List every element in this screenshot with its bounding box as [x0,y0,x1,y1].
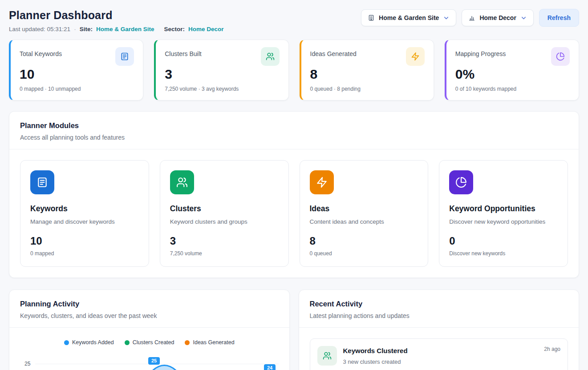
sector-selector-value: Home Decor [479,14,516,21]
chevron-down-icon [443,15,450,21]
refresh-button[interactable]: Refresh [539,9,579,27]
document-lines-icon [115,47,134,66]
stat-sub: 0 mapped · 10 unmapped [20,86,134,92]
data-point-label: 24 [264,364,276,370]
recent-activity-item[interactable]: Keywords Clustered 3 new clusters create… [310,338,568,370]
stat-value: 0% [455,67,570,82]
stat-label: Ideas Generated [310,47,357,57]
module-description: Keyword clusters and groups [170,218,279,225]
data-point-label: 25 [148,357,160,365]
legend-label: Clusters Created [133,339,174,346]
sector-label: Sector: [164,26,185,32]
area-chart: 25 25 24 [20,360,279,370]
building-icon [368,14,375,21]
last-updated-text: Last updated: 05:31:21 [9,26,70,32]
module-sub: 0 mapped [30,250,139,257]
users-icon [170,170,194,194]
recent-activity-subtitle: Latest planning actions and updates [310,312,568,319]
legend-dot-icon [64,340,69,345]
lightning-icon [406,47,425,66]
stat-sub: 0 queued · 8 pending [310,86,425,92]
stat-label: Mapping Progress [455,47,506,57]
stat-total-keywords: Total Keywords 10 0 mapped · 10 unmapped [9,40,143,101]
module-description: Content ideas and concepts [310,218,418,225]
separator-dot: · [74,26,76,32]
stat-label: Total Keywords [20,47,62,57]
page-title: Planner Dashboard [9,9,223,22]
module-ideas[interactable]: Ideas Content ideas and concepts 8 0 que… [300,160,429,267]
module-title: Clusters [170,204,279,213]
legend-dot-icon [125,340,130,345]
site-label: Site: [80,26,93,32]
legend-ideas-generated: Ideas Generated [185,339,234,346]
recent-item-time: 2h ago [544,346,560,352]
recent-activity-panel: Recent Activity Latest planning actions … [299,290,580,370]
modules-grid: Keywords Manage and discover keywords 10… [9,149,579,278]
lightning-icon [310,170,334,194]
module-value: 10 [30,235,139,247]
bar-chart-icon [468,14,475,21]
header-left: Planner Dashboard Last updated: 05:31:21… [9,9,223,32]
y-axis-tick: 25 [24,361,30,367]
planner-dashboard-page: Planner Dashboard Last updated: 05:31:21… [0,0,588,370]
module-clusters[interactable]: Clusters Keyword clusters and groups 3 7… [160,160,289,267]
planning-activity-chart: Keywords Added Clusters Created Ideas Ge… [9,328,289,370]
stat-clusters-built: Clusters Built 3 7,250 volume · 3 avg ke… [154,40,288,101]
stat-value: 3 [165,67,279,82]
recent-activity-list: Keywords Clustered 3 new clusters create… [299,328,579,370]
planning-activity-title: Planning Activity [20,300,279,308]
stat-label: Clusters Built [165,47,201,57]
users-icon [317,346,337,366]
module-title: Ideas [310,204,418,213]
legend-label: Ideas Generated [193,339,234,346]
recent-item-title: Keywords Clustered [343,347,408,354]
planning-activity-panel: Planning Activity Keywords, clusters, an… [9,290,290,370]
module-description: Manage and discover keywords [30,218,139,225]
document-lines-icon [30,170,54,194]
stats-row: Total Keywords 10 0 mapped · 10 unmapped… [9,40,579,101]
module-value: 0 [449,235,558,247]
chart-legend: Keywords Added Clusters Created Ideas Ge… [20,339,279,346]
modules-subtitle: Access all planning tools and features [20,134,568,141]
planning-activity-header: Planning Activity Keywords, clusters, an… [9,290,289,328]
page-subtitle: Last updated: 05:31:21 · Site: Home & Ga… [9,26,223,32]
page-header: Planner Dashboard Last updated: 05:31:21… [9,9,579,32]
chevron-down-icon [520,15,527,21]
legend-label: Keywords Added [72,339,114,346]
module-keywords[interactable]: Keywords Manage and discover keywords 10… [20,160,149,267]
stat-value: 8 [310,67,425,82]
site-link[interactable]: Home & Garden Site [96,26,154,32]
legend-dot-icon [185,340,190,345]
module-sub: 7,250 volume [170,250,279,257]
modules-title: Planner Modules [20,121,568,130]
site-selector-value: Home & Garden Site [379,14,439,21]
module-sub: Discover new keywords [449,250,558,257]
legend-keywords-added: Keywords Added [64,339,114,346]
stat-ideas-generated: Ideas Generated 8 0 queued · 8 pending [300,40,434,101]
stat-sub: 0 of 10 keywords mapped [455,86,570,92]
pie-chart-icon [449,170,473,194]
module-sub: 0 queued [310,250,418,257]
pie-chart-icon [551,47,570,66]
recent-activity-header: Recent Activity Latest planning actions … [299,290,579,328]
site-selector[interactable]: Home & Garden Site [361,9,456,26]
modules-header: Planner Modules Access all planning tool… [9,112,579,149]
recent-activity-title: Recent Activity [310,300,568,308]
stat-sub: 7,250 volume · 3 avg keywords [165,86,279,92]
planning-activity-subtitle: Keywords, clusters, and ideas over the p… [20,312,279,319]
sector-link[interactable]: Home Decor [188,26,224,32]
module-description: Discover new keyword opportunities [449,218,558,225]
legend-clusters-created: Clusters Created [125,339,174,346]
module-keyword-opportunities[interactable]: Keyword Opportunities Discover new keywo… [439,160,568,267]
recent-item-description: 3 new clusters created [343,358,408,365]
module-title: Keywords [30,204,139,213]
sector-selector[interactable]: Home Decor [462,9,533,26]
bottom-row: Planning Activity Keywords, clusters, an… [9,290,579,370]
header-controls: Home & Garden Site Home Decor Refresh [361,9,579,27]
module-title: Keyword Opportunities [449,204,558,213]
stat-value: 10 [20,67,134,82]
stat-mapping-progress: Mapping Progress 0% 0 of 10 keywords map… [445,40,579,101]
module-value: 8 [310,235,418,247]
users-icon [261,47,280,66]
planner-modules-panel: Planner Modules Access all planning tool… [9,111,579,278]
